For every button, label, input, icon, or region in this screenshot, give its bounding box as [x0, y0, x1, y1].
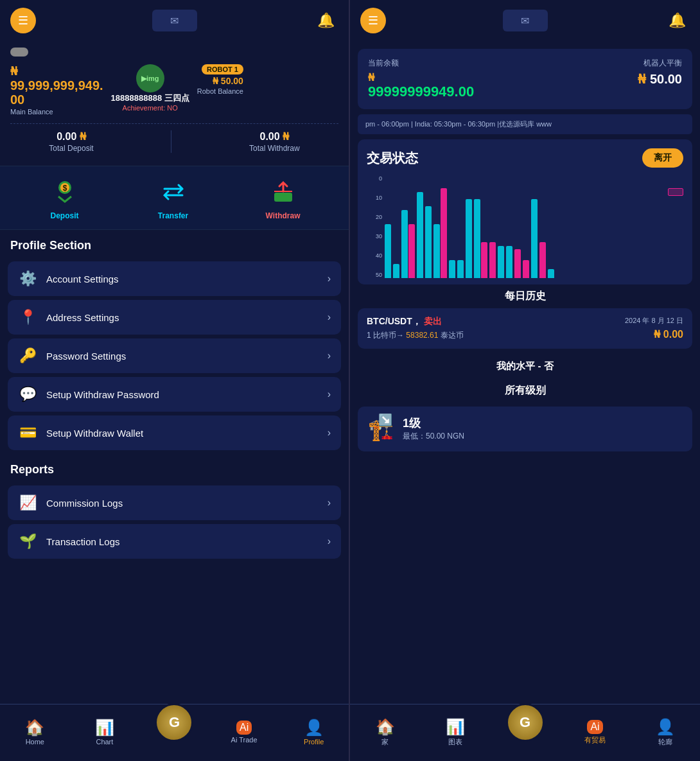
bar-group [531, 199, 538, 278]
transfer-button[interactable]: Transfer [157, 175, 189, 220]
setup-withdraw-wallet-arrow: › [328, 427, 331, 439]
total-divider [171, 130, 171, 153]
bar-group [417, 192, 423, 278]
bar-teal [433, 224, 440, 278]
marquee-bar: pm - 06:00pm | India: 05:30pm - 06:30pm … [358, 114, 692, 134]
nav-home-left[interactable]: 🏠 Home [0, 719, 70, 746]
deposit-icon: $ [49, 175, 81, 207]
bar-pink [514, 249, 521, 278]
robot-badge: ROBOT 1 [202, 64, 243, 74]
bar-teal [531, 199, 538, 278]
hamburger-button-right[interactable]: ☰ [360, 8, 386, 33]
trade-amount: ₦ 0.00 [625, 328, 683, 340]
hamburger-button-left[interactable]: ☰ [10, 8, 36, 33]
bell-button-left[interactable]: 🔔 [313, 8, 338, 33]
bar-group [466, 199, 472, 278]
bar-teal [457, 260, 464, 278]
setup-withdraw-wallet-item[interactable]: 💳 Setup Withdraw Wallet › [8, 415, 341, 450]
bar-group [539, 242, 546, 278]
commission-logs-item[interactable]: 📈 Commission Logs › [8, 485, 341, 520]
address-settings-icon: 📍 [18, 309, 37, 326]
trade-pair: BTC/USDT， 卖出 [367, 316, 464, 328]
robot-balance-value: ₦ 50.00 [638, 71, 682, 87]
profile-section-title: Profile Section [0, 230, 349, 258]
nav-home-right[interactable]: 🏠 家 [350, 718, 420, 747]
transaction-logs-arrow: › [328, 536, 331, 547]
password-settings-arrow: › [328, 350, 331, 362]
bell-button-right[interactable]: 🔔 [664, 8, 690, 33]
bottom-nav-right: 🏠 家 📊 图表 G Ai 有贸易 👤 轮廊 [350, 704, 700, 761]
account-settings-label: Account Settings [46, 274, 119, 284]
password-settings-item[interactable]: 🔑 Password Settings › [8, 338, 341, 373]
withdraw-label: Withdraw [266, 211, 301, 220]
ai-icon-right: Ai [587, 720, 602, 734]
deposit-button[interactable]: $ Deposit [49, 175, 81, 220]
nav-chart-right[interactable]: 📊 图表 [420, 718, 490, 747]
main-balance: ₦ 99,999,999,949.00 Main Balance [10, 64, 103, 116]
bell-icon-right: 🔔 [669, 12, 686, 29]
top-bar-right: ☰ ✉ 🔔 [350, 0, 700, 41]
leave-button[interactable]: 离开 [642, 148, 683, 168]
bar-teal [466, 199, 472, 278]
bar-teal [498, 246, 504, 278]
bar-group [506, 246, 512, 278]
nav-chart-left[interactable]: 📊 Chart [70, 719, 140, 746]
left-panel: ☰ ✉ 🔔 ₦ 99,999,999,949.00 Main Balance ▶… [0, 0, 350, 761]
robot-balance-label: Robot Balance [197, 87, 243, 95]
address-settings-arrow: › [328, 311, 331, 323]
address-settings-item[interactable]: 📍 Address Settings › [8, 300, 341, 335]
nav-center-left[interactable]: G [139, 703, 209, 748]
bar-legend [668, 188, 683, 196]
nav-ai-right[interactable]: Ai 有贸易 [560, 720, 630, 745]
password-settings-icon: 🔑 [18, 347, 37, 364]
history-card: BTC/USDT， 卖出 1 比特币→ 58382.61 泰达币 2024 年 … [358, 308, 692, 349]
total-withdraw: 0.00 ₦ Total Withdraw [249, 130, 300, 153]
message-button-left[interactable]: ✉ [152, 10, 197, 31]
total-deposit-value: 0.00 ₦ [57, 130, 86, 143]
robot-balance: ₦ 50.00 [213, 76, 243, 86]
balance-left: 当前余额 ₦ 99999999949.00 [368, 58, 474, 100]
daily-history-section: 每日历史 BTC/USDT， 卖出 1 比特币→ 58382.61 泰达币 20… [358, 290, 692, 349]
message-icon-right: ✉ [521, 15, 529, 27]
transfer-icon [157, 175, 189, 207]
setup-withdraw-password-item[interactable]: 💬 Setup Withdraw Password › [8, 377, 341, 412]
bar-teal [449, 260, 455, 278]
transfer-label: Transfer [158, 211, 188, 220]
message-button-right[interactable]: ✉ [503, 10, 548, 31]
balance-card: 当前余额 ₦ 99999999949.00 机器人平衡 ₦ 50.00 [358, 49, 692, 109]
trade-desc: 1 比特币→ 58382.61 泰达币 [367, 330, 464, 341]
home-icon-right: 🏠 [376, 718, 395, 736]
bar-group [457, 260, 464, 278]
nav-ai-left[interactable]: Ai Ai Trade [209, 721, 279, 744]
bar-group [548, 269, 554, 278]
bar-group [393, 264, 399, 278]
total-withdraw-value: 0.00 ₦ [260, 130, 290, 143]
bar-group [498, 246, 504, 278]
balance-amount: 99999999949.00 [368, 83, 474, 100]
currency-icon [10, 48, 28, 57]
bar-pink [481, 242, 487, 278]
user-info: ▶img 18888888888 三四点 Achievement: NO [111, 64, 189, 112]
bar-teal [474, 199, 480, 278]
main-balance-label: Main Balance [10, 108, 103, 116]
nav-profile-right[interactable]: 👤 轮廊 [630, 718, 700, 747]
nav-profile-left[interactable]: 👤 Profile [279, 719, 349, 746]
transaction-logs-label: Transaction Logs [46, 536, 120, 547]
svg-text:$: $ [62, 184, 67, 193]
withdraw-button[interactable]: Withdraw [266, 175, 301, 220]
profile-icon-left: 👤 [304, 719, 324, 737]
account-settings-item[interactable]: ⚙️ Account Settings › [8, 261, 341, 296]
account-settings-icon: ⚙️ [18, 270, 37, 287]
message-icon-left: ✉ [170, 15, 179, 27]
level-info: 1级 最低：50.00 NGN [403, 415, 464, 442]
home-label-right: 家 [381, 737, 389, 747]
center-button-right[interactable]: G [506, 703, 545, 742]
center-button-left[interactable]: G [155, 703, 193, 742]
bar-teal [506, 246, 512, 278]
transaction-logs-item[interactable]: 🌱 Transaction Logs › [8, 524, 341, 559]
robot-balance-label-right: 机器人平衡 [638, 58, 682, 69]
right-panel: ☰ ✉ 🔔 当前余额 ₦ 99999999949.00 机器人平衡 ₦ 50.0… [350, 0, 700, 761]
daily-history-title: 每日历史 [358, 290, 692, 303]
achievement: Achievement: NO [123, 104, 178, 112]
nav-center-right[interactable]: G [490, 703, 560, 748]
